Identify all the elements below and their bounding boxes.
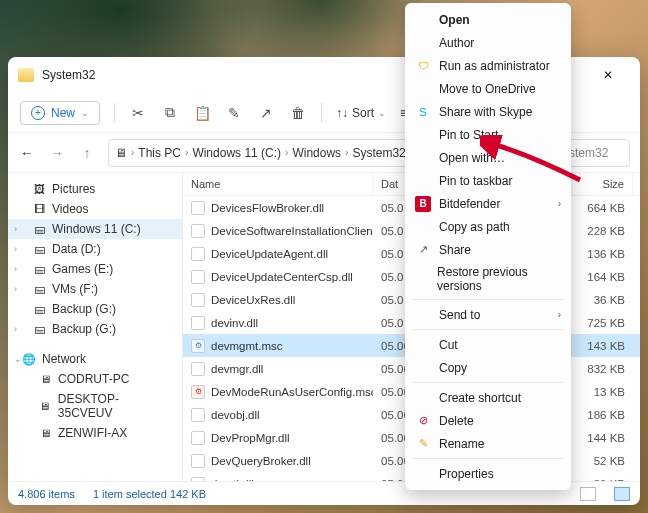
menu-item[interactable]: Open with…	[405, 146, 571, 169]
menu-item[interactable]: Copy as path	[405, 215, 571, 238]
pc-icon: 🖥	[115, 146, 127, 160]
delete-icon[interactable]: 🗑	[289, 105, 307, 121]
copy-icon[interactable]: ⧉	[161, 104, 179, 121]
file-icon	[191, 454, 205, 468]
menu-item[interactable]: BBitdefender›	[405, 192, 571, 215]
selection-status: 1 item selected 142 KB	[93, 488, 206, 500]
sidebar-item[interactable]: 🖼Pictures	[8, 179, 182, 199]
network-item[interactable]: 🖥CODRUT-PC	[8, 369, 182, 389]
menu-item[interactable]: Send to›	[405, 303, 571, 326]
menu-item[interactable]: Create shortcut	[405, 386, 571, 409]
file-icon	[191, 247, 205, 261]
menu-item[interactable]: Pin to Start	[405, 123, 571, 146]
menu-item[interactable]: Move to OneDrive	[405, 77, 571, 100]
sidebar-item[interactable]: ›🖴VMs (F:)	[8, 279, 182, 299]
menu-item[interactable]: Cut	[405, 333, 571, 356]
sidebar-item[interactable]: ›🖴Games (E:)	[8, 259, 182, 279]
file-icon	[191, 270, 205, 284]
details-view-icon[interactable]	[580, 487, 596, 501]
menu-item[interactable]: ⊘Delete	[405, 409, 571, 432]
context-menu: OpenAuthor🛡Run as administratorMove to O…	[405, 3, 571, 490]
sort-button[interactable]: ↑↓ Sort ⌄	[336, 106, 386, 120]
close-button[interactable]: ✕	[586, 60, 630, 90]
network-item[interactable]: 🖥ZENWIFI-AX	[8, 423, 182, 443]
menu-item[interactable]: Pin to taskbar	[405, 169, 571, 192]
back-button[interactable]: ←	[18, 145, 36, 161]
file-icon: ⚙	[191, 385, 205, 399]
sidebar: 🖼Pictures🎞Videos›🖴Windows 11 (C:)›🖴Data …	[8, 173, 183, 481]
sidebar-network[interactable]: ⌄🌐Network	[8, 349, 182, 369]
menu-item[interactable]: Copy	[405, 356, 571, 379]
new-button[interactable]: + New ⌄	[20, 101, 100, 125]
menu-item[interactable]: Author	[405, 31, 571, 54]
file-icon	[191, 201, 205, 215]
file-icon	[191, 316, 205, 330]
file-icon	[191, 431, 205, 445]
forward-button[interactable]: →	[48, 145, 66, 161]
menu-item[interactable]: Restore previous versions	[405, 261, 571, 296]
menu-item[interactable]: ✎Rename	[405, 432, 571, 455]
up-button[interactable]: ↑	[78, 145, 96, 161]
plus-icon: +	[31, 106, 45, 120]
sidebar-item[interactable]: ›🖴Backup (G:)	[8, 319, 182, 339]
file-icon	[191, 293, 205, 307]
sidebar-item[interactable]: 🖴Backup (G:)	[8, 299, 182, 319]
menu-item[interactable]: Open	[405, 8, 571, 31]
sidebar-item[interactable]: ›🖴Windows 11 (C:)	[8, 219, 182, 239]
item-count: 4.806 items	[18, 488, 75, 500]
rename-icon[interactable]: ✎	[225, 105, 243, 121]
sidebar-item[interactable]: 🎞Videos	[8, 199, 182, 219]
folder-icon	[18, 68, 34, 82]
menu-item[interactable]: 🛡Run as administrator	[405, 54, 571, 77]
list-view-icon[interactable]	[614, 487, 630, 501]
file-icon	[191, 408, 205, 422]
menu-item[interactable]: SShare with Skype	[405, 100, 571, 123]
file-icon	[191, 362, 205, 376]
sidebar-item[interactable]: ›🖴Data (D:)	[8, 239, 182, 259]
paste-icon[interactable]: 📋	[193, 105, 211, 121]
menu-item[interactable]: ↗Share	[405, 238, 571, 261]
file-icon	[191, 224, 205, 238]
menu-item[interactable]: Properties	[405, 462, 571, 485]
share-icon[interactable]: ↗	[257, 105, 275, 121]
network-item[interactable]: 🖥DESKTOP-35CVEUV	[8, 389, 182, 423]
file-icon: ⚙	[191, 339, 205, 353]
cut-icon[interactable]: ✂	[129, 105, 147, 121]
